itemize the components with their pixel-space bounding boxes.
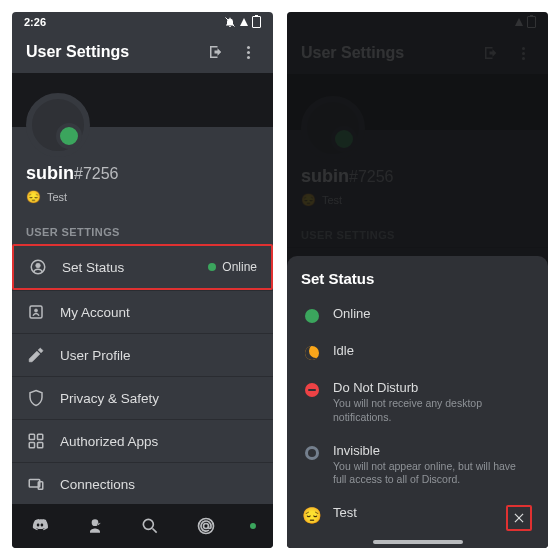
status-option-custom[interactable]: 😔 Test — [301, 496, 534, 540]
username: subin — [26, 163, 74, 183]
row-privacy-safety[interactable]: Privacy & Safety — [12, 376, 273, 419]
idle-moon-icon — [303, 344, 321, 362]
row-authorized-apps[interactable]: Authorized Apps — [12, 419, 273, 462]
account-icon — [26, 302, 46, 322]
dnd-bell-icon — [224, 16, 236, 28]
status-value: Online — [208, 260, 257, 274]
svg-point-14 — [144, 519, 154, 529]
option-label: Test — [333, 505, 494, 520]
option-subtext: You will not receive any desktop notific… — [333, 397, 532, 424]
row-my-account[interactable]: My Account — [12, 290, 273, 333]
svg-rect-6 — [38, 434, 43, 439]
avatar[interactable] — [26, 93, 90, 157]
signal-icon — [240, 18, 248, 26]
option-label: Idle — [333, 343, 532, 358]
online-dot-icon — [208, 263, 216, 271]
profile-nav-icon[interactable] — [250, 523, 256, 529]
status-option-invisible[interactable]: Invisible You will not appear online, bu… — [301, 434, 534, 496]
exit-icon[interactable] — [205, 41, 227, 63]
custom-status-text: Test — [47, 191, 67, 203]
search-icon[interactable] — [139, 515, 161, 537]
status-icon — [28, 257, 48, 277]
svg-rect-8 — [38, 443, 43, 448]
custom-status-emoji: 😔 — [303, 506, 321, 524]
mentions-icon[interactable] — [195, 515, 217, 537]
status-option-idle[interactable]: Idle — [301, 334, 534, 371]
discord-logo-icon[interactable] — [29, 515, 51, 537]
svg-rect-7 — [29, 443, 34, 448]
friends-icon[interactable] — [84, 515, 106, 537]
pencil-icon — [26, 345, 46, 365]
dnd-icon — [303, 381, 321, 399]
shield-icon — [26, 388, 46, 408]
phone-left-user-settings: 2:26 User Settings subin#7256 😔 Test — [12, 12, 273, 548]
clock: 2:26 — [24, 16, 46, 28]
row-label: Privacy & Safety — [60, 391, 259, 406]
home-indicator — [373, 540, 463, 544]
svg-line-15 — [153, 529, 157, 533]
custom-status-emoji: 😔 — [26, 190, 41, 204]
option-label: Online — [333, 306, 532, 321]
custom-status[interactable]: 😔 Test — [26, 190, 259, 204]
app-header: User Settings — [12, 31, 273, 73]
online-dot-icon — [303, 307, 321, 325]
row-label: Set Status — [62, 260, 194, 275]
set-status-sheet: Set Status Online Idle Do Not Disturb Yo… — [287, 256, 548, 548]
invisible-icon — [303, 444, 321, 462]
discriminator: #7256 — [74, 165, 119, 182]
row-label: User Profile — [60, 348, 259, 363]
phone-right-set-status-sheet: User Settings subin#7256 😔 Test USER SET… — [287, 12, 548, 548]
sheet-title: Set Status — [301, 270, 534, 287]
status-icons — [224, 16, 261, 28]
more-icon[interactable] — [237, 41, 259, 63]
row-label: Connections — [60, 477, 259, 492]
row-connections[interactable]: Connections — [12, 462, 273, 505]
section-label: USER SETTINGS — [12, 212, 273, 244]
connections-icon — [26, 474, 46, 494]
row-label: My Account — [60, 305, 259, 320]
svg-point-2 — [36, 263, 41, 268]
page-title: User Settings — [26, 43, 195, 61]
row-label: Authorized Apps — [60, 434, 259, 449]
row-set-status[interactable]: Set Status Online — [12, 244, 273, 290]
option-label: Do Not Disturb — [333, 380, 532, 395]
status-option-dnd[interactable]: Do Not Disturb You will not receive any … — [301, 371, 534, 433]
status-option-online[interactable]: Online — [301, 297, 534, 334]
status-bar: 2:26 — [12, 12, 273, 31]
clear-custom-status-button[interactable] — [506, 505, 532, 531]
profile-banner — [12, 73, 273, 127]
battery-icon — [252, 16, 261, 28]
svg-rect-5 — [29, 434, 34, 439]
svg-point-4 — [35, 309, 38, 312]
apps-icon — [26, 431, 46, 451]
option-subtext: You will not appear online, but will hav… — [333, 460, 532, 487]
close-icon — [512, 511, 526, 525]
option-label: Invisible — [333, 443, 532, 458]
row-user-profile[interactable]: User Profile — [12, 333, 273, 376]
bottom-nav — [12, 504, 273, 548]
presence-online-icon — [56, 123, 82, 149]
